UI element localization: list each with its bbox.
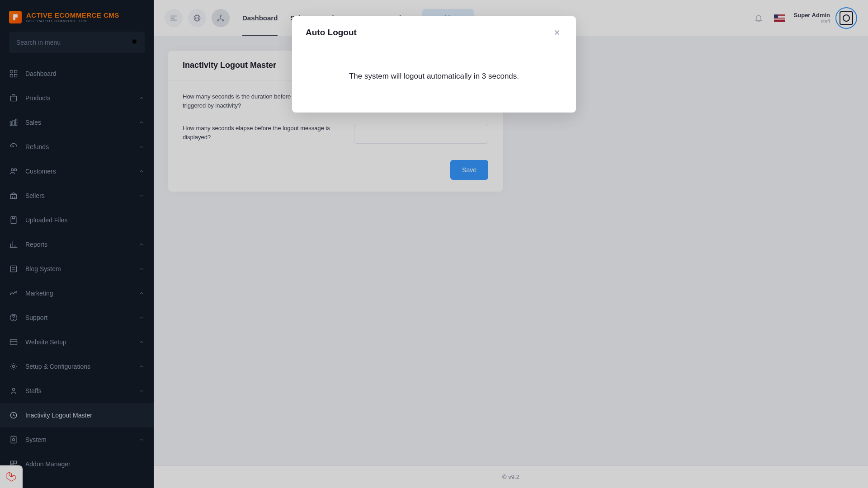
modal-title: Auto Logout bbox=[306, 28, 357, 38]
modal-message: The system will logout automatically in … bbox=[292, 49, 576, 113]
auto-logout-modal: Auto Logout The system will logout autom… bbox=[292, 16, 576, 113]
close-icon[interactable] bbox=[552, 27, 562, 38]
